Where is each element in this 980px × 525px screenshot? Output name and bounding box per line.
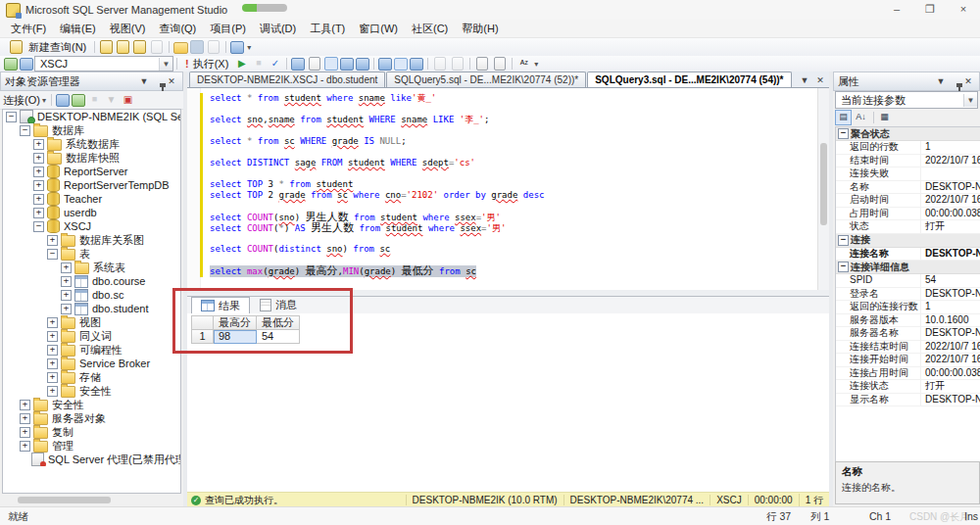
- collapse-icon[interactable]: −: [838, 128, 849, 139]
- menu-item[interactable]: 窗口(W): [352, 20, 405, 38]
- tree-row[interactable]: +视图: [3, 315, 180, 329]
- document-tab[interactable]: SQLQuery5.sql - DE...ME2IK\20774 (52))*: [386, 72, 586, 87]
- new-file-icon[interactable]: [151, 40, 163, 54]
- comment-icon[interactable]: [434, 57, 446, 71]
- tree-row[interactable]: +dbo.sc: [3, 288, 180, 302]
- collapse-icon[interactable]: −: [20, 125, 30, 136]
- tree-row[interactable]: +安全性: [3, 398, 180, 411]
- property-row[interactable]: 启动时间2022/10/7 16:12:10: [836, 194, 980, 208]
- tree-row[interactable]: +同义词: [3, 329, 180, 343]
- property-row[interactable]: 结束时间2022/10/7 16:12:10: [836, 155, 980, 168]
- toolbar-overflow-chevron[interactable]: ▾: [534, 60, 538, 69]
- menu-item[interactable]: 帮助(H): [455, 20, 505, 38]
- grid-column-header[interactable]: 最低分: [257, 315, 300, 330]
- parse-icon[interactable]: ✓: [268, 57, 282, 71]
- tree-row[interactable]: +ReportServer: [3, 165, 180, 178]
- include-actual-plan-icon[interactable]: [340, 58, 354, 71]
- tree-row[interactable]: +管理: [3, 439, 180, 453]
- tab-results[interactable]: 结果: [191, 297, 250, 313]
- change-connection-icon[interactable]: [20, 58, 33, 71]
- expand-icon[interactable]: +: [33, 153, 44, 164]
- new-dbe-query-icon[interactable]: [100, 40, 113, 54]
- expand-icon[interactable]: +: [47, 358, 58, 369]
- tree-row[interactable]: +dbo.course: [3, 274, 180, 288]
- grid-cell[interactable]: 54: [257, 330, 300, 344]
- database-combo[interactable]: XSCJ ▼: [34, 56, 173, 72]
- tree-row[interactable]: −表: [3, 247, 180, 261]
- expand-icon[interactable]: +: [61, 304, 72, 314]
- tree-row[interactable]: +系统数据库: [3, 137, 180, 151]
- vertical-scrollbar[interactable]: [817, 88, 829, 290]
- expand-icon[interactable]: +: [61, 290, 72, 301]
- menu-item[interactable]: 查询(Q): [152, 20, 203, 38]
- tree-row[interactable]: +userdb: [3, 206, 180, 219]
- property-row[interactable]: 连接开始时间2022/10/7 16:12:10: [836, 354, 980, 367]
- menu-item[interactable]: 文件(F): [4, 20, 53, 38]
- collapse-icon[interactable]: −: [47, 249, 58, 260]
- connect-icon[interactable]: [4, 58, 18, 71]
- horizontal-scrollbar[interactable]: [2, 495, 181, 505]
- expand-icon[interactable]: +: [47, 345, 58, 356]
- property-row[interactable]: SPID54: [836, 274, 980, 288]
- minimize-button[interactable]: –: [880, 0, 913, 20]
- property-row[interactable]: 连接失败: [836, 167, 980, 181]
- tree-row[interactable]: +存储: [3, 370, 180, 384]
- tree-row[interactable]: +数据库关系图: [3, 233, 180, 247]
- execute-button[interactable]: ! 执行(X): [180, 56, 233, 72]
- grid-corner-cell[interactable]: [191, 315, 214, 330]
- close-icon[interactable]: ✕: [961, 74, 975, 88]
- expand-icon[interactable]: +: [33, 167, 44, 177]
- properties-header[interactable]: 属性 ▼ ✕: [833, 72, 980, 91]
- property-row[interactable]: 名称DESKTOP-NBME2IK: [836, 181, 980, 195]
- tree-row[interactable]: +ReportServerTempDB: [3, 178, 180, 192]
- close-button[interactable]: ×: [947, 0, 980, 20]
- property-row[interactable]: 返回的行数1: [836, 141, 980, 155]
- grid-row[interactable]: 19854: [191, 330, 300, 344]
- client-statistics-icon[interactable]: [356, 58, 369, 71]
- expand-icon[interactable]: +: [47, 331, 58, 342]
- stop-icon[interactable]: ■: [87, 93, 102, 107]
- tree-row[interactable]: +Service Broker: [3, 357, 180, 370]
- open-file-icon[interactable]: [173, 42, 188, 54]
- grid-cell[interactable]: 98: [214, 330, 257, 344]
- tree-row[interactable]: +dbo.student: [3, 302, 180, 315]
- document-tab[interactable]: DESKTOP-NBME2IK.XSCJ - dbo.student: [189, 72, 385, 87]
- tree-row[interactable]: −DESKTOP-NBME2IK (SQL Server 10.0.160: [3, 110, 180, 123]
- save-all-icon[interactable]: [208, 40, 220, 54]
- expand-icon[interactable]: +: [20, 441, 30, 452]
- tree-row[interactable]: SQL Server 代理(已禁用代理 XP): [3, 453, 180, 466]
- expand-icon[interactable]: +: [20, 413, 30, 424]
- toolbar-overflow-chevron[interactable]: ▾: [247, 43, 251, 52]
- results-to-grid-icon[interactable]: [394, 58, 408, 71]
- property-row[interactable]: 连接占用时间00:00:00.038: [836, 367, 980, 381]
- outdent-icon[interactable]: [494, 57, 506, 71]
- results-to-text-icon[interactable]: [378, 58, 392, 71]
- expand-icon[interactable]: +: [20, 427, 30, 438]
- collapse-icon[interactable]: −: [838, 262, 849, 272]
- property-row[interactable]: 显示名称DESKTOP-NBME2IK: [836, 394, 980, 407]
- query-designer-icon[interactable]: [309, 57, 320, 71]
- new-analysis-query-icon[interactable]: [117, 40, 129, 54]
- menu-item[interactable]: 社区(C): [405, 20, 455, 38]
- tree-row[interactable]: +系统表: [3, 261, 180, 274]
- expand-icon[interactable]: +: [20, 400, 30, 410]
- property-row[interactable]: 登录名DESKTOP-NBME2IK: [836, 288, 980, 302]
- expand-icon[interactable]: +: [33, 139, 44, 150]
- scrollbar-thumb[interactable]: [18, 497, 111, 503]
- save-icon[interactable]: [190, 40, 204, 54]
- categorized-icon[interactable]: ▤: [835, 110, 852, 125]
- disconnect-icon[interactable]: [56, 94, 70, 107]
- sql-editor[interactable]: select * from student where sname like'黄…: [187, 87, 829, 291]
- tree-row[interactable]: −数据库: [3, 123, 180, 137]
- uncomment-icon[interactable]: [452, 57, 464, 71]
- tab-messages[interactable]: 消息: [250, 296, 307, 313]
- collapse-icon[interactable]: −: [838, 235, 849, 246]
- filter-icon[interactable]: ▼: [104, 93, 119, 107]
- expand-icon[interactable]: +: [61, 262, 72, 273]
- menu-item[interactable]: 编辑(E): [53, 20, 103, 38]
- expand-icon[interactable]: +: [47, 235, 58, 246]
- tree-row[interactable]: +安全性: [3, 384, 180, 398]
- restore-button[interactable]: ❐: [913, 0, 947, 20]
- results-to-file-icon[interactable]: [410, 58, 423, 71]
- expand-icon[interactable]: +: [33, 208, 44, 218]
